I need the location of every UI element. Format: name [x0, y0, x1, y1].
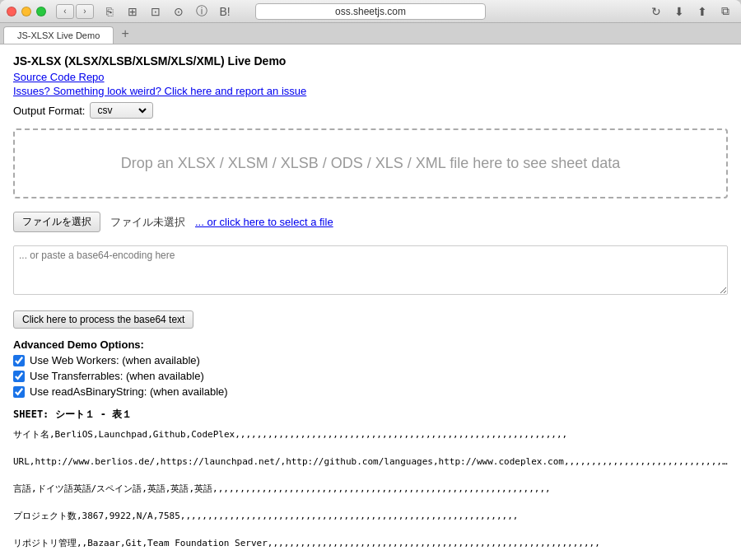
info-icon[interactable]: ⓘ	[193, 2, 211, 21]
web-workers-label: Use Web Workers: (when available)	[30, 354, 200, 366]
title-bar: ‹ › ⎘ ⊞ ⊡ ⊙ ⓘ B! oss.sheetjs.com ↻ ⬇ ⬆ ⧉	[0, 0, 741, 23]
nav-buttons: ‹ ›	[56, 4, 94, 19]
url-bar[interactable]: oss.sheetjs.com	[255, 3, 486, 20]
toolbar-icons: ⎘ ⊞ ⊡ ⊙ ⓘ B!	[100, 2, 234, 21]
new-tab-button[interactable]: +	[117, 26, 133, 42]
drop-zone-text: Drop an XLSX / XLSM / XLSB / ODS / XLS /…	[121, 155, 621, 172]
maximize-button[interactable]	[36, 7, 46, 16]
traffic-lights	[7, 7, 46, 16]
download-icon[interactable]: ⬇	[670, 2, 688, 21]
right-toolbar: ↻ ⬇ ⬆ ⧉	[647, 2, 734, 21]
base64-section	[13, 245, 728, 297]
transferrables-checkbox[interactable]	[13, 371, 25, 382]
camera-icon[interactable]: ⊙	[170, 2, 188, 21]
back-button[interactable]: ‹	[56, 4, 74, 19]
read-as-binary-checkbox[interactable]	[13, 386, 25, 398]
share-icon[interactable]: ⎘	[100, 2, 119, 21]
output-format-row: Output Format: csv json formulae	[13, 102, 728, 119]
file-click-link[interactable]: ... or click here to select a file	[195, 216, 333, 228]
sheet-row: プロジェクト数,3867,9922,N/A,7585,,,,,,,,,,,,,,…	[13, 510, 728, 524]
process-base64-button[interactable]: Click here to process the base64 text	[13, 310, 193, 329]
drop-zone[interactable]: Drop an XLSX / XLSM / XLSB / ODS / XLS /…	[13, 128, 728, 198]
refresh-icon[interactable]: ↻	[647, 2, 665, 21]
output-format-label: Output Format:	[13, 105, 85, 117]
sheet-row: リポジトリ管理,,Bazaar,Git,Team Foundation Serv…	[13, 537, 728, 551]
file-select-button[interactable]: ファイルを選択	[13, 212, 100, 232]
issue-link[interactable]: Issues? Something look weird? Click here…	[13, 85, 728, 97]
transferrables-label: Use Transferrables: (when available)	[30, 370, 204, 382]
read-as-binary-label: Use readAsBinaryString: (when available)	[30, 385, 228, 398]
minimize-button[interactable]	[21, 7, 31, 16]
sheet-row: URL,http://www.berlios.de/,https://launc…	[13, 455, 728, 469]
bookmark-icon[interactable]: B!	[216, 2, 234, 21]
source-code-link[interactable]: Source Code Repo	[13, 71, 728, 83]
file-select-row: ファイルを選択 ファイル未選択 ... or click here to sel…	[13, 212, 728, 232]
browser-window: ‹ › ⎘ ⊞ ⊡ ⊙ ⓘ B! oss.sheetjs.com ↻ ⬇ ⬆ ⧉…	[0, 0, 741, 560]
duplicate-icon[interactable]: ⧉	[716, 2, 734, 21]
url-bar-container: oss.sheetjs.com	[255, 3, 486, 20]
base64-input[interactable]	[13, 245, 728, 295]
file-none-label: ファイル未選択	[110, 215, 185, 230]
upload-icon[interactable]: ⬆	[693, 2, 711, 21]
layers-icon[interactable]: ⊞	[124, 2, 142, 21]
web-workers-row: Use Web Workers: (when available)	[13, 354, 728, 366]
page-content: JS-XLSX (XLSX/XLSB/XLSM/XLS/XML) Live De…	[0, 44, 741, 560]
close-button[interactable]	[7, 7, 16, 16]
advanced-title: Advanced Demo Options:	[13, 338, 728, 351]
format-dropdown[interactable]: csv json formulae	[94, 104, 149, 117]
tab-bar: JS-XLSX Live Demo +	[0, 23, 741, 44]
active-tab[interactable]: JS-XLSX Live Demo	[3, 26, 114, 44]
transferrables-row: Use Transferrables: (when available)	[13, 370, 728, 382]
sheet-row: 言語,ドイツ語英語/スペイン語,英語,英語,英語,,,,,,,,,,,,,,,,…	[13, 483, 728, 497]
read-as-binary-row: Use readAsBinaryString: (when available)	[13, 385, 728, 398]
forward-button[interactable]: ›	[76, 4, 94, 19]
web-workers-checkbox[interactable]	[13, 355, 25, 366]
sheet-row: サイト名,BerliOS,Launchpad,Github,CodePlex,,…	[13, 428, 728, 442]
window-icon[interactable]: ⊡	[147, 2, 165, 21]
page-title: JS-XLSX (XLSX/XLSB/XLSM/XLS/XML) Live De…	[13, 54, 728, 68]
advanced-section: Advanced Demo Options: Use Web Workers: …	[13, 338, 728, 398]
sheet-header: SHEET: シート１ - 表１	[13, 408, 728, 422]
format-select[interactable]: csv json formulae	[90, 102, 153, 119]
sheet-data: サイト名,BerliOS,Launchpad,Github,CodePlex,,…	[13, 428, 728, 560]
